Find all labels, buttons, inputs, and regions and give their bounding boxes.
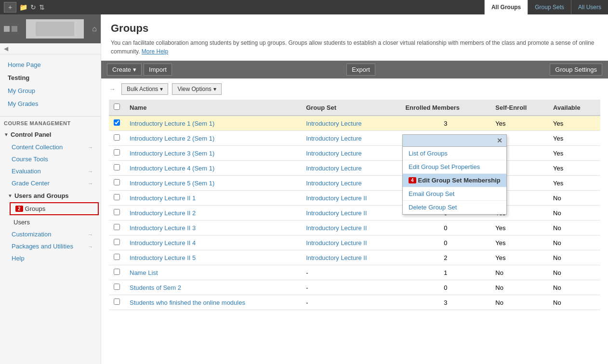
group-name-link[interactable]: Introductory Lecture 3 (Sem 1): [130, 150, 214, 157]
table-row: Introductory Lecture II 2Introductory Le…: [109, 206, 600, 221]
context-menu-item-edit-membership[interactable]: 4 Edit Group Set Membership: [403, 174, 506, 187]
group-set-link[interactable]: Introductory Lecture II: [306, 239, 367, 247]
self-enroll-value: Yes: [490, 235, 548, 250]
sidebar-item-users-and-groups[interactable]: ▼ Users and Groups: [0, 189, 101, 202]
col-name: Name: [125, 100, 301, 116]
row-checkbox[interactable]: [114, 299, 120, 305]
row-checkbox[interactable]: [114, 194, 120, 200]
row-checkbox[interactable]: [114, 134, 120, 141]
enrolled-count: 0: [400, 221, 490, 235]
row-checkbox[interactable]: [114, 149, 120, 156]
group-set-link[interactable]: Introductory Lecture: [306, 150, 362, 157]
sidebar-item-help[interactable]: Help: [0, 252, 101, 264]
group-name-link[interactable]: Introductory Lecture II 3: [130, 224, 196, 232]
more-help-link[interactable]: More Help: [142, 48, 168, 55]
course-management-label: COURSE MANAGEMENT: [0, 116, 101, 128]
sidebar-item-customization[interactable]: Customization →: [0, 228, 101, 240]
enrolled-count: 3: [400, 116, 490, 131]
self-enroll-value: No: [490, 280, 548, 295]
export-button[interactable]: Export: [346, 64, 375, 76]
group-name-link[interactable]: Name List: [130, 269, 158, 276]
sort-icon: ⇅: [39, 3, 45, 11]
collapse-arrow[interactable]: ◀: [4, 45, 8, 52]
row-checkbox[interactable]: [114, 239, 120, 245]
sidebar-item-users[interactable]: Users: [0, 216, 101, 228]
row-checkbox[interactable]: [114, 269, 120, 275]
row-checkbox[interactable]: [114, 179, 120, 185]
sidebar-item-evaluation[interactable]: Evaluation →: [0, 165, 101, 177]
row-checkbox[interactable]: [114, 254, 120, 260]
self-enroll-value: No: [490, 295, 548, 310]
group-name-link[interactable]: Introductory Lecture 1 (Sem 1): [130, 120, 214, 127]
context-menu: ✕ List of Groups Edit Group Set Properti…: [402, 134, 507, 215]
group-set-link[interactable]: Introductory Lecture II: [306, 209, 367, 217]
group-set-link[interactable]: Introductory Lecture: [306, 180, 362, 187]
sidebar-item-my-group[interactable]: My Group: [0, 84, 101, 97]
group-name-link[interactable]: Introductory Lecture 2 (Sem 1): [130, 135, 214, 142]
home-icon[interactable]: ⌂: [92, 25, 97, 33]
create-button[interactable]: Create ▾: [107, 64, 142, 76]
row-checkbox[interactable]: [114, 224, 120, 230]
group-settings-button[interactable]: Group Settings: [550, 64, 602, 76]
row-checkbox[interactable]: [114, 209, 120, 215]
view-options-button[interactable]: View Options ▾: [172, 83, 221, 95]
available-value: Yes: [548, 131, 600, 146]
group-name-link[interactable]: Students who finished the online modules: [130, 299, 245, 306]
view-options-dropdown-icon: ▾: [213, 86, 216, 92]
sidebar-item-groups[interactable]: 2 Groups: [10, 202, 99, 215]
group-set-link[interactable]: Introductory Lecture: [306, 120, 362, 127]
col-enrolled: Enrolled Members: [400, 100, 490, 116]
enrolled-count: 0: [400, 235, 490, 250]
row-checkbox[interactable]: [114, 119, 120, 126]
sidebar-item-packages-utilities[interactable]: Packages and Utilities →: [0, 240, 101, 252]
badge-2: 2: [15, 206, 23, 212]
context-menu-item-delete-group-set[interactable]: Delete Group Set: [403, 201, 506, 214]
group-set-dash: -: [301, 265, 400, 280]
group-set-link[interactable]: Introductory Lecture II: [306, 195, 367, 202]
bulk-actions-dropdown-icon: ▾: [160, 86, 163, 92]
row-checkbox[interactable]: [114, 164, 120, 170]
table-row: Introductory Lecture II 4Introductory Le…: [109, 235, 600, 250]
context-menu-item-list-groups[interactable]: List of Groups: [403, 147, 506, 160]
group-set-link[interactable]: Introductory Lecture II: [306, 254, 367, 261]
tab-all-groups[interactable]: All Groups: [484, 0, 528, 14]
available-value: Yes: [548, 116, 600, 131]
enrolled-count: 0: [400, 280, 490, 295]
group-name-link[interactable]: Introductory Lecture II 5: [130, 254, 196, 261]
sidebar-item-my-grades[interactable]: My Grades: [0, 97, 101, 110]
sidebar-item-content-collection[interactable]: Content Collection →: [0, 141, 101, 153]
sidebar-item-course-tools[interactable]: Course Tools: [0, 153, 101, 165]
group-name-link[interactable]: Introductory Lecture II 1: [130, 195, 196, 202]
sidebar-item-home-page[interactable]: Home Page: [0, 58, 101, 71]
group-name-link[interactable]: Introductory Lecture 4 (Sem 1): [130, 165, 214, 172]
import-button[interactable]: Import: [144, 64, 172, 76]
group-set-link[interactable]: Introductory Lecture II: [306, 224, 367, 232]
context-menu-item-email-group-set[interactable]: Email Group Set: [403, 187, 506, 201]
sidebar-item-testing[interactable]: Testing: [0, 71, 101, 84]
control-panel[interactable]: ▼ Control Panel: [0, 128, 101, 141]
table-row: Introductory Lecture II 5Introductory Le…: [109, 250, 600, 265]
group-name-link[interactable]: Students of Sem 2: [130, 284, 181, 291]
group-name-link[interactable]: Introductory Lecture II 2: [130, 209, 196, 217]
group-set-link[interactable]: Introductory Lecture: [306, 165, 362, 172]
enrolled-count: 3: [400, 295, 490, 310]
group-name-link[interactable]: Introductory Lecture 5 (Sem 1): [130, 180, 214, 187]
available-value: Yes: [548, 176, 600, 191]
refresh-icon: ↻: [30, 3, 36, 11]
add-button[interactable]: +: [4, 2, 16, 13]
available-value: No: [548, 250, 600, 265]
select-all-checkbox[interactable]: [114, 104, 120, 110]
table-row: Students who finished the online modules…: [109, 295, 600, 310]
tab-group-sets[interactable]: Group Sets: [528, 0, 571, 14]
row-checkbox[interactable]: [114, 284, 120, 290]
group-name-link[interactable]: Introductory Lecture II 4: [130, 239, 196, 247]
table-row: Introductory Lecture II 1Introductory Le…: [109, 191, 600, 206]
tab-all-users[interactable]: All Users: [571, 0, 608, 14]
group-set-link[interactable]: Introductory Lecture: [306, 135, 362, 142]
bulk-actions-button[interactable]: Bulk Actions ▾: [121, 83, 168, 95]
sidebar-item-grade-center[interactable]: Grade Center →: [0, 177, 101, 189]
context-menu-close[interactable]: ✕: [497, 137, 502, 144]
available-value: No: [548, 221, 600, 235]
col-self-enroll: Self-Enroll: [490, 100, 548, 116]
context-menu-item-edit-properties[interactable]: Edit Group Set Properties: [403, 160, 506, 174]
